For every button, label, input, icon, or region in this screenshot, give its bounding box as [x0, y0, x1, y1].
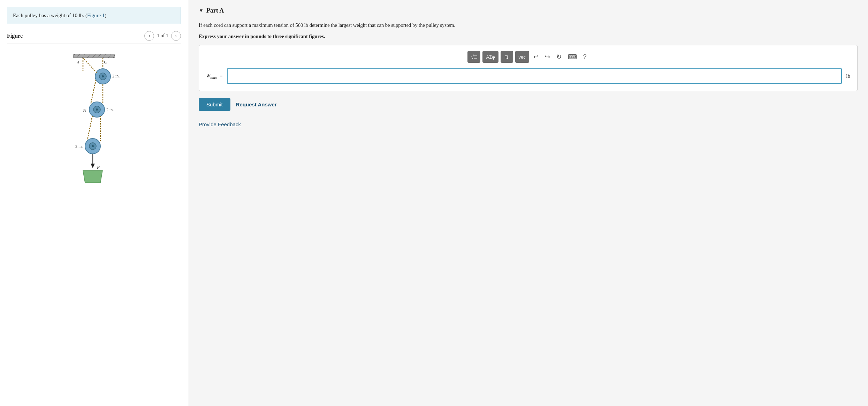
next-figure-button[interactable]: › [171, 31, 181, 41]
figure-nav: ‹ 1 of 1 › [144, 31, 181, 41]
undo-icon: ↩ [533, 53, 539, 61]
svg-text:2 in.: 2 in. [106, 107, 114, 112]
math-toolbar: √□ AΣφ ⇅ vec ↩ ↪ ↻ ⌨ ? [206, 51, 850, 63]
left-panel: Each pulley has a weight of 10 lb. (Figu… [0, 0, 188, 406]
svg-point-31 [92, 145, 94, 147]
sqrt-button[interactable]: √□ [467, 51, 480, 63]
arrows-button[interactable]: ⇅ [501, 51, 513, 63]
collapse-arrow-icon[interactable]: ▼ [199, 8, 204, 14]
answer-box-container: √□ AΣφ ⇅ vec ↩ ↪ ↻ ⌨ ? [199, 45, 858, 91]
answer-row: Wmax = lb [206, 68, 850, 84]
figure-section: Figure ‹ 1 of 1 › [7, 31, 181, 406]
vec-label: vec [519, 54, 526, 60]
keyboard-icon: ⌨ [568, 53, 577, 61]
redo-icon: ↪ [545, 53, 550, 61]
help-icon: ? [583, 53, 587, 61]
svg-text:A: A [76, 60, 79, 65]
help-button[interactable]: ? [581, 51, 589, 63]
answer-label: Wmax = [206, 73, 223, 80]
part-title: Part A [206, 7, 224, 14]
figure-image-area: A C 2 in. [7, 47, 181, 193]
problem-text: Each pulley has a weight of 10 lb. [13, 13, 84, 18]
svg-marker-36 [83, 171, 102, 183]
svg-text:2 in.: 2 in. [112, 74, 120, 78]
svg-point-17 [102, 75, 104, 77]
alpha-sigma-label: AΣφ [486, 54, 495, 60]
arrows-icon: ⇅ [505, 54, 509, 60]
question-text: If each cord can support a maximum tensi… [199, 21, 858, 29]
provide-feedback-section: Provide Feedback [199, 121, 858, 128]
refresh-button[interactable]: ↻ [554, 51, 564, 63]
figure-header: Figure ‹ 1 of 1 › [7, 31, 181, 44]
svg-text:C: C [104, 59, 107, 65]
svg-line-19 [91, 80, 96, 104]
answer-input[interactable] [227, 68, 842, 84]
figure-link[interactable]: Figure 1 [87, 13, 105, 18]
right-panel: ▼ Part A If each cord can support a maxi… [188, 0, 868, 406]
refresh-icon: ↻ [556, 53, 562, 61]
buttons-row: Submit Request Answer [199, 98, 858, 111]
figure-title: Figure [7, 33, 23, 39]
svg-text:P: P [97, 165, 100, 170]
svg-point-24 [96, 108, 98, 111]
prev-figure-button[interactable]: ‹ [144, 31, 154, 41]
request-answer-link[interactable]: Request Answer [236, 102, 277, 107]
provide-feedback-link[interactable]: Provide Feedback [199, 121, 241, 127]
svg-text:2 in.: 2 in. [75, 144, 83, 149]
svg-line-27 [87, 116, 92, 141]
problem-statement: Each pulley has a weight of 10 lb. (Figu… [7, 7, 181, 24]
pulley-diagram: A C 2 in. [45, 54, 143, 186]
svg-text:B: B [83, 108, 86, 113]
answer-unit: lb [846, 73, 850, 79]
svg-marker-34 [91, 164, 95, 168]
alpha-sigma-button[interactable]: AΣφ [482, 51, 498, 63]
figure-count: 1 of 1 [157, 33, 168, 39]
answer-instruction: Express your answer in pounds to three s… [199, 33, 858, 39]
vec-button[interactable]: vec [515, 51, 529, 63]
keyboard-button[interactable]: ⌨ [566, 51, 579, 63]
sqrt-icon: √□ [471, 54, 477, 60]
part-header: ▼ Part A [199, 7, 858, 14]
redo-button[interactable]: ↪ [543, 51, 552, 63]
undo-button[interactable]: ↩ [531, 51, 541, 63]
submit-button[interactable]: Submit [199, 98, 230, 111]
svg-line-21 [83, 58, 97, 73]
